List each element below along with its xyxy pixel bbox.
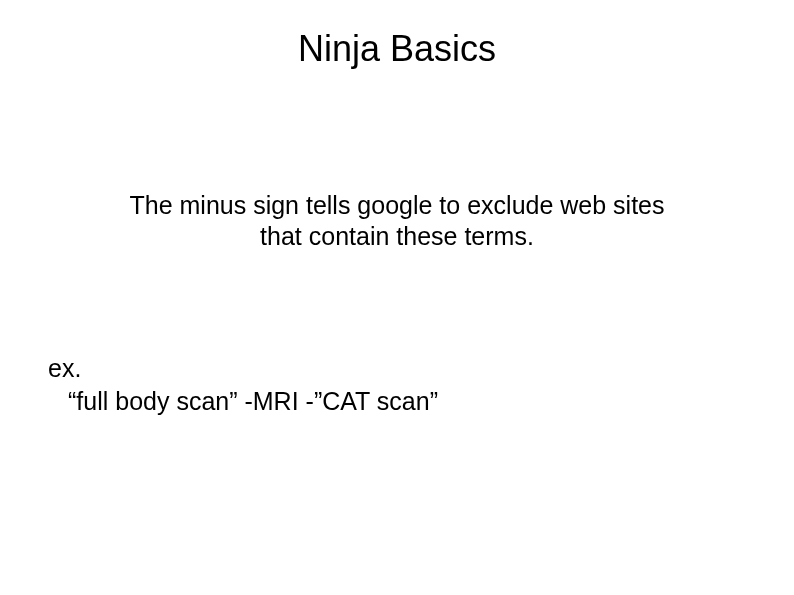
body-line-2: that contain these terms. <box>260 222 534 250</box>
example-block: ex. “full body scan” -MRI -”CAT scan” <box>48 352 438 417</box>
body-line-1: The minus sign tells google to exclude w… <box>129 191 664 219</box>
slide-title: Ninja Basics <box>0 28 794 70</box>
body-text: The minus sign tells google to exclude w… <box>0 190 794 253</box>
example-query: “full body scan” -MRI -”CAT scan” <box>48 385 438 418</box>
example-label: ex. <box>48 352 438 385</box>
slide: Ninja Basics The minus sign tells google… <box>0 0 794 595</box>
